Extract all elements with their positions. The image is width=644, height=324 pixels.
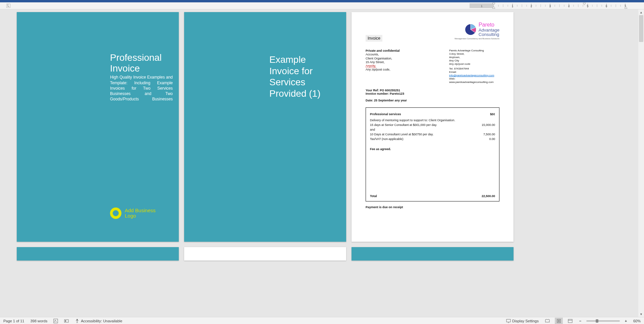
svg-text:2: 2 bbox=[530, 4, 532, 8]
pie-chart-icon bbox=[465, 24, 477, 36]
page-6-peek[interactable] bbox=[352, 247, 514, 261]
ruler-graphic: 1 1 2 3 4 5 6 7 bbox=[470, 2, 644, 9]
invoice-no-label: Invoice number: bbox=[366, 92, 389, 95]
ring-icon bbox=[110, 207, 121, 219]
recipient-l3: 15 Any Street, bbox=[366, 60, 400, 64]
sender-web-label: Web: bbox=[449, 77, 455, 80]
logo-text-line-1: Add Business bbox=[125, 208, 156, 214]
line-item: Delivery of mentoring support to support… bbox=[370, 119, 455, 122]
read-mode-button[interactable] bbox=[543, 318, 551, 324]
line-item: and bbox=[370, 128, 375, 131]
macro-button[interactable] bbox=[63, 318, 70, 324]
svg-rect-55 bbox=[568, 319, 572, 323]
cover-title: Professional Invoice bbox=[110, 52, 173, 74]
payment-due: Payment is due on receipt bbox=[366, 205, 499, 209]
accessibility-icon bbox=[75, 319, 79, 323]
read-mode-icon bbox=[545, 319, 550, 323]
line-amount: 0.00 bbox=[489, 137, 495, 141]
recipient-l5: Any zip/post code, bbox=[366, 68, 400, 72]
sender-web: www.paretoadvantageconsulting.com bbox=[449, 81, 494, 84]
total-label: Total bbox=[370, 194, 377, 198]
svg-text:1: 1 bbox=[512, 4, 513, 8]
svg-text:5: 5 bbox=[587, 4, 588, 8]
line-item: 15 days at Senior Consultant at $£€1,000… bbox=[370, 123, 437, 127]
pages-container[interactable]: Professional Invoice High Quality Invoic… bbox=[0, 9, 638, 317]
fee-agreed: Fee as agreed. bbox=[370, 147, 495, 151]
scroll-down-button[interactable]: ▼ bbox=[638, 311, 644, 317]
web-layout-button[interactable] bbox=[566, 318, 574, 324]
invoice-no-value: Pareto123 bbox=[390, 92, 404, 95]
page-count[interactable]: Page 1 of 11 bbox=[2, 318, 25, 324]
svg-text:3: 3 bbox=[549, 4, 551, 8]
recipient-l1: Accounts, bbox=[366, 53, 400, 56]
sender-email-link[interactable]: info@paretoadvantageconsulting.com bbox=[449, 74, 494, 77]
cover-subtitle: High Quality Invoice Examples and Templa… bbox=[110, 75, 173, 102]
invoice-line-items-box: Professional services $£€ Delivery of me… bbox=[366, 107, 499, 201]
recipient-block: Private and confidential Accounts, Clien… bbox=[366, 49, 400, 84]
macro-icon bbox=[64, 319, 69, 323]
line-item: Tax/VAT (non-applicable) bbox=[370, 137, 404, 141]
zoom-slider-thumb[interactable] bbox=[596, 319, 598, 323]
logo-sub-1: Advantage bbox=[479, 28, 499, 33]
table-header-right: $£€ bbox=[490, 112, 495, 116]
accessibility-status[interactable]: Accessibility: Unavailable bbox=[73, 318, 124, 324]
status-bar: Page 1 of 11 398 words Accessibility: Un… bbox=[0, 317, 644, 324]
tab-selector[interactable]: L bbox=[0, 2, 17, 9]
monitor-icon bbox=[506, 319, 511, 323]
print-layout-button[interactable] bbox=[555, 318, 563, 324]
company-logo: Pareto Advantage Consulting Management C… bbox=[454, 22, 499, 40]
display-settings-button[interactable]: Display Settings bbox=[505, 318, 540, 324]
svg-text:4: 4 bbox=[568, 4, 570, 8]
horizontal-ruler[interactable]: L 1 1 2 3 4 bbox=[0, 2, 644, 9]
web-layout-icon bbox=[568, 319, 573, 323]
scroll-thumb[interactable] bbox=[639, 15, 643, 42]
vertical-scrollbar[interactable]: ▲ ▼ bbox=[638, 9, 644, 317]
line-item: 10 Days at Consultant Level at $£€750 pe… bbox=[370, 133, 433, 136]
document-area: Professional Invoice High Quality Invoic… bbox=[0, 9, 644, 317]
accessibility-label: Accessibility: Unavailable bbox=[81, 319, 122, 323]
zoom-slider[interactable] bbox=[586, 320, 620, 322]
spelling-button[interactable] bbox=[52, 318, 59, 324]
scroll-up-button[interactable]: ▲ bbox=[638, 9, 644, 15]
private-line: Private and confidential bbox=[366, 49, 400, 53]
line-amount: 15,000.00 bbox=[482, 123, 495, 127]
svg-rect-47 bbox=[65, 320, 66, 322]
recipient-l4: Anycity, bbox=[366, 64, 376, 68]
sender-block: Pareto Advantage Consulting 3 Any Street… bbox=[449, 49, 499, 84]
page-1[interactable]: Professional Invoice High Quality Invoic… bbox=[17, 12, 179, 242]
ruler-track[interactable]: 1 1 2 3 4 5 6 7 bbox=[17, 2, 644, 9]
zoom-in-button[interactable]: + bbox=[623, 319, 629, 323]
svg-point-48 bbox=[76, 319, 78, 320]
sender-l5: Any zip/post code bbox=[449, 62, 499, 66]
logo-text-line-2: Logo bbox=[125, 213, 156, 219]
section-title: Example Invoice for Services Provided (1… bbox=[190, 54, 340, 99]
date-label: Date: bbox=[366, 99, 373, 102]
sender-l2: 3 Any Street, bbox=[449, 52, 499, 56]
date-value: 25 September any year bbox=[374, 99, 407, 102]
sender-l3: Anytown, bbox=[449, 56, 499, 59]
total-value: 22,500.00 bbox=[482, 194, 495, 198]
recipient-l2: Client Organisation, bbox=[366, 57, 400, 60]
svg-rect-49 bbox=[506, 319, 511, 322]
svg-rect-46 bbox=[64, 320, 68, 322]
page-2[interactable]: Example Invoice for Services Provided (1… bbox=[184, 12, 346, 242]
ref-block: Your Ref: PO 600255251 Invoice number: P… bbox=[366, 89, 499, 95]
svg-text:6: 6 bbox=[605, 4, 607, 8]
page-3[interactable]: Invoice Paret bbox=[352, 12, 514, 242]
zoom-out-button[interactable]: − bbox=[578, 319, 583, 323]
title-bar bbox=[0, 0, 644, 2]
sender-l1: Pareto Advantage Consulting bbox=[449, 49, 499, 52]
svg-marker-39 bbox=[583, 3, 586, 5]
sender-l4: Any City bbox=[449, 59, 499, 62]
zoom-value[interactable]: 60% bbox=[632, 318, 642, 324]
logo-tagline: Management Consultancy and Business Solu… bbox=[454, 38, 499, 40]
invoice-label: Invoice bbox=[366, 35, 382, 42]
invoice-date: Date: 25 September any year bbox=[366, 99, 499, 102]
logo-name: Pareto bbox=[479, 22, 499, 28]
logo-sub-2: Consulting bbox=[479, 32, 499, 37]
page-4-peek[interactable] bbox=[17, 247, 179, 261]
word-count[interactable]: 398 words bbox=[29, 318, 49, 324]
logo-placeholder: Add Business Logo bbox=[110, 207, 156, 219]
page-5-peek[interactable] bbox=[184, 247, 346, 261]
scroll-track[interactable] bbox=[638, 15, 644, 311]
